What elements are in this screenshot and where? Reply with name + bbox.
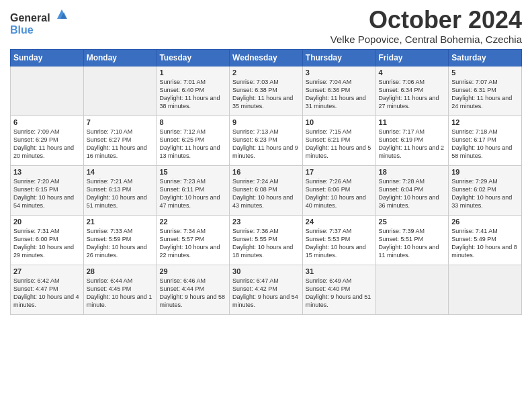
logo: General Blue: [10, 7, 69, 36]
table-row: 5Sunrise: 7:07 AM Sunset: 6:31 PM Daylig…: [449, 66, 522, 116]
day-number: 12: [451, 118, 519, 126]
table-row: 17Sunrise: 7:26 AM Sunset: 6:06 PM Dayli…: [302, 165, 375, 215]
table-row: 3Sunrise: 7:04 AM Sunset: 6:36 PM Daylig…: [302, 66, 375, 116]
table-row: 1Sunrise: 7:01 AM Sunset: 6:40 PM Daylig…: [157, 66, 230, 116]
cell-content: Sunrise: 7:17 AM Sunset: 6:19 PM Dayligh…: [379, 128, 446, 161]
table-row: 27Sunrise: 6:42 AM Sunset: 4:47 PM Dayli…: [11, 265, 84, 314]
logo-icon: [54, 7, 69, 21]
day-number: 26: [451, 218, 519, 226]
cell-content: Sunrise: 7:37 AM Sunset: 5:53 PM Dayligh…: [306, 227, 373, 260]
table-row: 8Sunrise: 7:12 AM Sunset: 6:25 PM Daylig…: [157, 116, 230, 165]
cell-content: Sunrise: 7:03 AM Sunset: 6:38 PM Dayligh…: [232, 78, 300, 111]
cell-content: Sunrise: 7:28 AM Sunset: 6:04 PM Dayligh…: [379, 177, 446, 210]
day-number: 22: [159, 218, 226, 226]
cell-content: Sunrise: 6:49 AM Sunset: 4:40 PM Dayligh…: [306, 277, 373, 310]
day-number: 9: [232, 118, 300, 126]
table-row: 6Sunrise: 7:09 AM Sunset: 6:29 PM Daylig…: [11, 116, 84, 165]
cell-content: Sunrise: 7:33 AM Sunset: 5:59 PM Dayligh…: [87, 227, 154, 260]
table-row: 22Sunrise: 7:34 AM Sunset: 5:57 PM Dayli…: [157, 215, 230, 265]
day-number: 25: [379, 218, 446, 226]
cell-content: Sunrise: 7:31 AM Sunset: 6:00 PM Dayligh…: [13, 227, 81, 260]
cell-content: Sunrise: 7:41 AM Sunset: 5:49 PM Dayligh…: [451, 227, 519, 260]
cell-content: Sunrise: 7:07 AM Sunset: 6:31 PM Dayligh…: [451, 78, 519, 111]
table-row: [375, 265, 449, 314]
table-row: 2Sunrise: 7:03 AM Sunset: 6:38 PM Daylig…: [230, 66, 303, 116]
title-block: October 2024 Velke Popovice, Central Boh…: [330, 7, 522, 45]
table-row: 16Sunrise: 7:24 AM Sunset: 6:08 PM Dayli…: [230, 165, 303, 215]
header: General Blue October 2024 Velke Popovice…: [10, 7, 522, 45]
table-row: 23Sunrise: 7:36 AM Sunset: 5:55 PM Dayli…: [230, 215, 303, 265]
table-row: 14Sunrise: 7:21 AM Sunset: 6:13 PM Dayli…: [83, 165, 157, 215]
cell-content: Sunrise: 7:39 AM Sunset: 5:51 PM Dayligh…: [379, 227, 446, 260]
day-number: 24: [306, 218, 373, 226]
cell-content: Sunrise: 6:46 AM Sunset: 4:44 PM Dayligh…: [159, 277, 226, 310]
day-number: 15: [159, 168, 226, 176]
cell-content: Sunrise: 7:24 AM Sunset: 6:08 PM Dayligh…: [232, 177, 300, 210]
table-row: 21Sunrise: 7:33 AM Sunset: 5:59 PM Dayli…: [83, 215, 157, 265]
table-row: 28Sunrise: 6:44 AM Sunset: 4:45 PM Dayli…: [83, 265, 157, 314]
cell-content: Sunrise: 7:36 AM Sunset: 5:55 PM Dayligh…: [232, 227, 300, 260]
cell-content: Sunrise: 7:01 AM Sunset: 6:40 PM Dayligh…: [159, 78, 226, 111]
col-tuesday: Tuesday: [157, 49, 230, 66]
table-row: 18Sunrise: 7:28 AM Sunset: 6:04 PM Dayli…: [375, 165, 449, 215]
day-number: 7: [87, 118, 154, 126]
col-monday: Monday: [83, 49, 157, 66]
col-thursday: Thursday: [302, 49, 375, 66]
day-number: 2: [232, 68, 300, 77]
day-number: 23: [232, 218, 300, 226]
table-row: [11, 66, 84, 116]
day-number: 3: [306, 68, 373, 77]
day-number: 8: [159, 118, 226, 126]
day-number: 6: [13, 118, 81, 126]
table-row: 25Sunrise: 7:39 AM Sunset: 5:51 PM Dayli…: [375, 215, 449, 265]
cell-content: Sunrise: 7:26 AM Sunset: 6:06 PM Dayligh…: [306, 177, 373, 210]
table-row: [83, 66, 157, 116]
table-row: 13Sunrise: 7:20 AM Sunset: 6:15 PM Dayli…: [11, 165, 84, 215]
cell-content: Sunrise: 7:06 AM Sunset: 6:34 PM Dayligh…: [379, 78, 446, 111]
location-title: Velke Popovice, Central Bohemia, Czechia: [330, 34, 522, 45]
table-row: 4Sunrise: 7:06 AM Sunset: 6:34 PM Daylig…: [375, 66, 449, 116]
table-row: 26Sunrise: 7:41 AM Sunset: 5:49 PM Dayli…: [449, 215, 522, 265]
table-row: 31Sunrise: 6:49 AM Sunset: 4:40 PM Dayli…: [302, 265, 375, 314]
cell-content: Sunrise: 7:29 AM Sunset: 6:02 PM Dayligh…: [451, 177, 519, 210]
day-number: 28: [87, 267, 154, 275]
day-number: 11: [379, 118, 446, 126]
cell-content: Sunrise: 7:15 AM Sunset: 6:21 PM Dayligh…: [306, 128, 373, 161]
day-number: 31: [306, 267, 373, 275]
cell-content: Sunrise: 6:47 AM Sunset: 4:42 PM Dayligh…: [232, 277, 300, 310]
table-row: 10Sunrise: 7:15 AM Sunset: 6:21 PM Dayli…: [302, 116, 375, 165]
day-number: 5: [451, 68, 519, 77]
calendar-table: Sunday Monday Tuesday Wednesday Thursday…: [10, 49, 522, 315]
table-row: 9Sunrise: 7:13 AM Sunset: 6:23 PM Daylig…: [230, 116, 303, 165]
day-number: 21: [87, 218, 154, 226]
logo-blue: Blue: [10, 24, 34, 36]
cell-content: Sunrise: 7:34 AM Sunset: 5:57 PM Dayligh…: [159, 227, 226, 260]
table-row: 30Sunrise: 6:47 AM Sunset: 4:42 PM Dayli…: [230, 265, 303, 314]
cell-content: Sunrise: 7:23 AM Sunset: 6:11 PM Dayligh…: [159, 177, 226, 210]
cell-content: Sunrise: 7:13 AM Sunset: 6:23 PM Dayligh…: [232, 128, 300, 161]
table-row: 19Sunrise: 7:29 AM Sunset: 6:02 PM Dayli…: [449, 165, 522, 215]
day-number: 14: [87, 168, 154, 176]
col-friday: Friday: [375, 49, 449, 66]
cell-content: Sunrise: 7:09 AM Sunset: 6:29 PM Dayligh…: [13, 128, 81, 161]
day-number: 20: [13, 218, 81, 226]
day-number: 19: [451, 168, 519, 176]
cell-content: Sunrise: 7:12 AM Sunset: 6:25 PM Dayligh…: [159, 128, 226, 161]
day-number: 18: [379, 168, 446, 176]
table-row: 20Sunrise: 7:31 AM Sunset: 6:00 PM Dayli…: [11, 215, 84, 265]
table-row: 29Sunrise: 6:46 AM Sunset: 4:44 PM Dayli…: [157, 265, 230, 314]
day-number: 16: [232, 168, 300, 176]
col-saturday: Saturday: [449, 49, 522, 66]
day-number: 30: [232, 267, 300, 275]
cell-content: Sunrise: 7:10 AM Sunset: 6:27 PM Dayligh…: [87, 128, 154, 161]
cell-content: Sunrise: 7:21 AM Sunset: 6:13 PM Dayligh…: [87, 177, 154, 210]
day-number: 4: [379, 68, 446, 77]
day-number: 29: [159, 267, 226, 275]
cell-content: Sunrise: 6:42 AM Sunset: 4:47 PM Dayligh…: [13, 277, 81, 310]
table-row: 11Sunrise: 7:17 AM Sunset: 6:19 PM Dayli…: [375, 116, 449, 165]
table-row: 7Sunrise: 7:10 AM Sunset: 6:27 PM Daylig…: [83, 116, 157, 165]
logo-general: General: [10, 12, 50, 24]
cell-content: Sunrise: 7:18 AM Sunset: 6:17 PM Dayligh…: [451, 128, 519, 161]
table-row: 24Sunrise: 7:37 AM Sunset: 5:53 PM Dayli…: [302, 215, 375, 265]
cell-content: Sunrise: 6:44 AM Sunset: 4:45 PM Dayligh…: [87, 277, 154, 310]
